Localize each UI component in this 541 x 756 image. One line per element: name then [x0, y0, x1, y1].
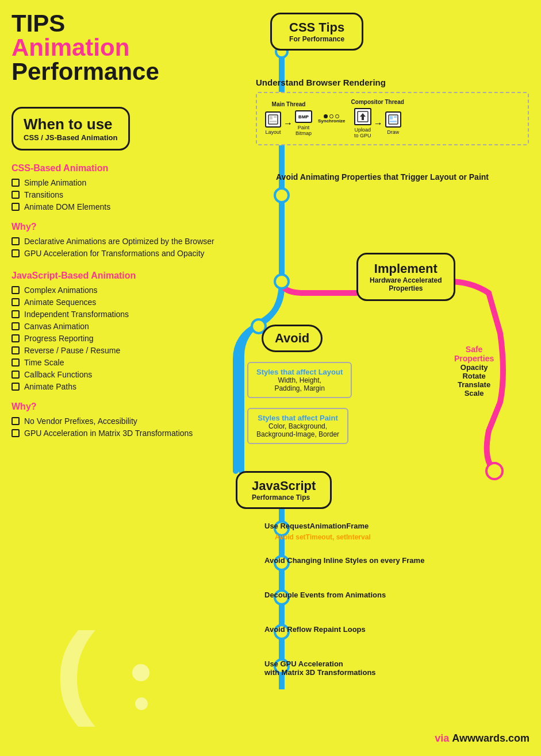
- avoid-label: Avoid: [262, 325, 323, 352]
- title-tips: TIPS: [11, 11, 224, 36]
- compositor-thread-items: Uploadto GPU → Draw: [354, 108, 401, 138]
- draw-label: Draw: [387, 129, 399, 135]
- checkbox-icon: [11, 429, 20, 437]
- list-item: Independent Transformations: [11, 310, 224, 319]
- upload-icon: [354, 108, 371, 125]
- main-thread: Main Thread Layout → BMP PaintBitmap: [265, 101, 312, 136]
- svg-rect-14: [270, 121, 277, 122]
- list-item: Complex Animations: [11, 286, 224, 295]
- arrow-icon2: →: [374, 118, 383, 129]
- checkbox-icon: [11, 358, 20, 367]
- left-panel: TIPS Animation Performance When to use C…: [11, 11, 224, 441]
- js-why-heading: Why?: [11, 402, 224, 412]
- safe-properties-heading: SafeProperties: [454, 345, 494, 363]
- avoid-animating-title: Avoid Animating Properties that Trigger …: [276, 172, 532, 182]
- dot-decoration: [132, 664, 149, 681]
- checkbox-icon: [11, 249, 20, 257]
- css-why-heading: Why?: [11, 222, 224, 232]
- list-item: Animate Sequences: [11, 298, 224, 307]
- layout-label: Layout: [265, 129, 281, 135]
- via-label: via: [435, 732, 449, 744]
- styles-paint-desc: Color, Background,Background-Image, Bord…: [256, 422, 339, 438]
- svg-rect-18: [390, 116, 393, 119]
- title-performance: Performance: [11, 60, 224, 84]
- svg-rect-12: [270, 116, 273, 119]
- css-section-heading: CSS-Based Animation: [11, 163, 224, 173]
- dot2: [329, 114, 333, 118]
- bracket-decoration: (: [54, 618, 95, 722]
- list-item: Simple Animation: [11, 178, 224, 187]
- dot-decoration2: [135, 697, 148, 710]
- js-tip-3: Decouple Events from Animations: [264, 591, 386, 599]
- css-tips-main: CSS Tips: [289, 20, 344, 35]
- checkbox-icon: [11, 322, 20, 330]
- safe-item-opacity: Opacity: [454, 363, 494, 372]
- rendering-diagram: Main Thread Layout → BMP PaintBitmap: [256, 92, 529, 145]
- awwwards-label: Awwwards.com: [452, 732, 530, 744]
- svg-point-2: [275, 188, 289, 202]
- styles-layout-title: Styles that affect Layout: [256, 368, 343, 376]
- js-tip-1: Use RequestAnimationFrame: [264, 522, 369, 530]
- checkbox-icon: [11, 417, 20, 425]
- main-thread-label: Main Thread: [272, 101, 306, 107]
- list-item: Canvas Animation: [11, 322, 224, 331]
- list-item: Declarative Animations are Optimized by …: [11, 237, 224, 246]
- checkbox-icon: [11, 310, 20, 318]
- svg-rect-19: [394, 116, 397, 118]
- checkbox-icon: [11, 298, 20, 306]
- list-item: Reverse / Pause / Resume: [11, 346, 224, 355]
- svg-point-10: [486, 463, 502, 479]
- when-to-use-main: When to use: [24, 115, 118, 133]
- list-item: No Vendor Prefixes, Accesibility: [11, 416, 224, 426]
- when-to-use-sub: CSS / JS-Based Animation: [24, 133, 118, 142]
- checkbox-icon: [11, 237, 20, 245]
- styles-paint-box: Styles that affect Paint Color, Backgrou…: [247, 408, 348, 444]
- arrow-icon: →: [283, 118, 293, 129]
- safe-item-scale: Scale: [454, 389, 494, 398]
- dot3: [335, 114, 339, 118]
- layout-icon: [265, 111, 281, 128]
- browser-rendering-title: Understand Browser Rendering: [256, 78, 529, 87]
- list-item: Progress Reporting: [11, 334, 224, 343]
- list-item: Transitions: [11, 190, 224, 199]
- checkbox-icon: [11, 286, 20, 294]
- checkbox-icon: [11, 203, 20, 211]
- js-performance-box: JavaScript Performance Tips: [236, 471, 332, 509]
- main-thread-items: Layout → BMP PaintBitmap: [265, 110, 312, 136]
- js-section-heading: JavaScript-Based Animation: [11, 271, 224, 281]
- js-tip-1-sub: Avoid setTimeout, setInterval: [275, 533, 371, 541]
- css-tips-sub: For Performance: [289, 35, 344, 43]
- styles-paint-title: Styles that affect Paint: [256, 414, 339, 422]
- title-animation: Animation: [11, 36, 224, 60]
- browser-rendering-section: Understand Browser Rendering Main Thread…: [236, 78, 529, 145]
- js-tip-4: Avoid Reflow Repaint Loops: [264, 625, 366, 634]
- svg-point-3: [275, 275, 289, 288]
- safe-item-translate: Translate: [454, 380, 494, 389]
- list-item: GPU Acceleration in Matrix 3D Transforma…: [11, 429, 224, 438]
- dot1: [324, 114, 328, 118]
- list-item: Callback Functions: [11, 370, 224, 379]
- checkbox-icon: [11, 371, 20, 379]
- when-to-use-box: When to use CSS / JS-Based Animation: [11, 107, 130, 151]
- synchronize-section: Synchronize: [318, 114, 346, 124]
- svg-rect-20: [390, 121, 397, 122]
- via-awwwards: via Awwwards.com: [435, 732, 530, 745]
- avoid-animating-section: Avoid Animating Properties that Trigger …: [256, 172, 532, 182]
- list-item: Time Scale: [11, 358, 224, 367]
- styles-layout-box: Styles that affect Layout Width, Height,…: [247, 362, 352, 398]
- implement-box: Implement Hardware AcceleratedProperties: [356, 253, 455, 301]
- checkbox-icon: [11, 346, 20, 354]
- implement-main: Implement: [370, 261, 442, 276]
- checkbox-icon: [11, 179, 20, 187]
- list-item: GPU Acceleration for Transformations and…: [11, 249, 224, 258]
- list-item: Animate DOM Elements: [11, 202, 224, 211]
- js-performance-sub: Performance Tips: [252, 493, 316, 502]
- checkbox-icon: [11, 383, 20, 391]
- styles-layout-desc: Width, Height,Padding, Margin: [256, 376, 343, 392]
- compositor-thread-label: Compositor Thread: [351, 99, 404, 105]
- svg-rect-13: [274, 116, 277, 118]
- svg-marker-16: [360, 113, 366, 120]
- paint-label: PaintBitmap: [296, 125, 312, 136]
- css-tips-box: CSS Tips For Performance: [270, 13, 363, 51]
- js-tip-2: Avoid Changing Inline Styles on every Fr…: [264, 556, 424, 565]
